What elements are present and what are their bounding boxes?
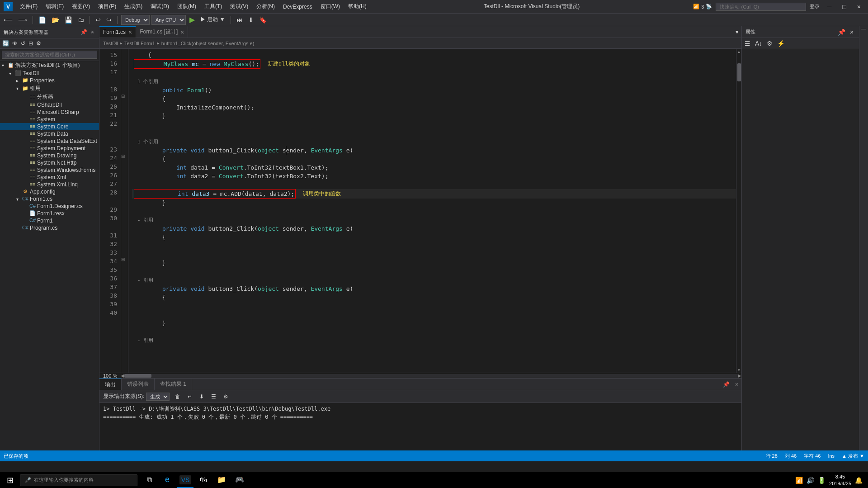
taskbar-store[interactable]: 🛍 xyxy=(195,472,212,488)
output-clear-btn[interactable]: 🗑 xyxy=(173,393,182,401)
tree-system[interactable]: ≡≡ System xyxy=(0,116,99,123)
sidebar-show-all-btn[interactable]: 👁 xyxy=(11,39,19,47)
toolbar-step-into[interactable]: ⬇ xyxy=(246,15,255,24)
output-tab-output[interactable]: 输出 xyxy=(99,379,122,390)
sidebar-collapse-btn[interactable]: ⊟ xyxy=(27,39,34,47)
output-pin-btn[interactable]: 📌 xyxy=(720,379,732,390)
menu-help[interactable]: 帮助(H) xyxy=(344,2,370,11)
login-button[interactable]: 登录 xyxy=(810,3,820,10)
zoom-level[interactable]: 100 % xyxy=(99,373,121,379)
output-tab-errors[interactable]: 错误列表 xyxy=(122,379,155,390)
properties-pin-btn[interactable]: 📌 xyxy=(836,28,847,37)
tab-form1-design[interactable]: Form1.cs [设计] × xyxy=(136,26,188,38)
menu-tools[interactable]: 工具(T) xyxy=(201,2,226,11)
tree-solution[interactable]: ▾ 📋 解决方案'TestDll'(1 个项目) xyxy=(0,61,99,70)
output-close-btn[interactable]: × xyxy=(732,379,741,390)
menu-build[interactable]: 生成(B) xyxy=(121,2,146,11)
toolbar-open-btn[interactable]: 📂 xyxy=(50,15,61,24)
taskbar-edge[interactable]: e xyxy=(159,472,175,488)
output-wrap-btn[interactable]: ↵ xyxy=(186,393,194,401)
menu-team[interactable]: 团队(M) xyxy=(174,2,200,11)
taskbar-search[interactable]: 🎤 在这里输入你要搜索的内容 xyxy=(20,474,137,486)
menu-file[interactable]: 文件(F) xyxy=(16,2,41,11)
prop-props-btn[interactable]: ⚙ xyxy=(765,39,774,48)
tree-system-xml[interactable]: ≡≡ System.Xml xyxy=(0,174,99,181)
status-col[interactable]: 列 46 xyxy=(785,453,797,460)
tree-form1-designer[interactable]: C# Form1.Designer.cs xyxy=(0,203,99,210)
toolbar-save-btn[interactable]: 💾 xyxy=(63,15,74,24)
tree-ms-csharp[interactable]: ≡≡ Microsoft.CSharp xyxy=(0,109,99,116)
tree-form1-class[interactable]: C# Form1 xyxy=(0,217,99,224)
quick-launch-input[interactable] xyxy=(716,3,806,11)
tree-testdll[interactable]: ▾ ⬛ TestDll xyxy=(0,70,99,77)
tree-system-core[interactable]: ≡≡ System.Core xyxy=(0,123,99,130)
tree-properties[interactable]: ▸ 📁 Properties xyxy=(0,77,99,84)
toolbar-back-btn[interactable]: ⟵ xyxy=(2,15,14,24)
sidebar-pin-button[interactable]: 📌 xyxy=(79,28,89,36)
menu-project[interactable]: 项目(P) xyxy=(94,2,120,11)
tree-system-xmllinq[interactable]: ≡≡ System.Xml.Linq xyxy=(0,181,99,188)
sidebar-sync-btn[interactable]: 🔄 xyxy=(1,39,10,47)
toolbar-step-over[interactable]: ⏭ xyxy=(235,15,245,24)
menu-window[interactable]: 窗口(W) xyxy=(317,2,344,11)
tree-form1-cs[interactable]: ▾ C# Form1.cs xyxy=(0,195,99,203)
tree-system-deployment[interactable]: ≡≡ System.Deployment xyxy=(0,145,99,152)
taskbar-files[interactable]: 📁 xyxy=(213,472,230,488)
menu-view[interactable]: 视图(V) xyxy=(68,2,94,11)
toolbar-bookmark[interactable]: 🔖 xyxy=(257,15,269,24)
output-tab-find[interactable]: 查找结果 1 xyxy=(155,379,192,390)
breadcrumb-class[interactable]: TestDll.Form1 xyxy=(124,41,155,46)
prop-events-btn[interactable]: ⚡ xyxy=(775,39,787,48)
platform-select[interactable]: Any CPU xyxy=(151,15,186,25)
start-label[interactable]: ▶ 启动 ▼ xyxy=(198,16,227,24)
status-char[interactable]: 字符 46 xyxy=(804,453,821,460)
menu-analyze[interactable]: 分析(N) xyxy=(253,2,278,11)
output-settings-btn[interactable]: ☰ xyxy=(209,393,218,401)
maximize-button[interactable]: □ xyxy=(839,1,849,12)
output-filter-btn[interactable]: ⚙ xyxy=(222,393,230,401)
tray-notification-icon[interactable]: 🔔 xyxy=(855,477,863,484)
sidebar-search-input[interactable] xyxy=(2,51,97,59)
tree-references[interactable]: ▾ 📁 引用 xyxy=(0,84,99,93)
menu-debug[interactable]: 调试(D) xyxy=(147,2,173,11)
taskbar-clock[interactable]: 8:45 2019/4/25 xyxy=(829,474,851,487)
taskbar-game[interactable]: 🎮 xyxy=(231,472,248,488)
breadcrumb-project[interactable]: TestDll xyxy=(103,41,118,46)
output-source-select[interactable]: 生成 xyxy=(146,393,170,401)
output-scroll-btn[interactable]: ⬇ xyxy=(198,393,206,401)
hscroll-thumb[interactable] xyxy=(124,374,151,378)
toolbar-forward-btn[interactable]: ⟶ xyxy=(16,15,29,24)
tab-form1-cs[interactable]: Form1.cs × xyxy=(99,26,136,38)
taskbar-vs[interactable]: VS xyxy=(177,472,193,488)
tray-volume-icon[interactable]: 🔊 xyxy=(807,477,814,484)
scroll-up-btn[interactable]: ▲ xyxy=(736,49,742,54)
menu-devexpress[interactable]: DevExpress xyxy=(279,3,316,11)
tray-network-icon[interactable]: 📶 xyxy=(795,477,803,484)
tree-form1-resx[interactable]: 📄 Form1.resx xyxy=(0,210,99,217)
start-debug-button[interactable]: ▶ xyxy=(188,14,197,25)
tree-program-cs[interactable]: C# Program.cs xyxy=(0,224,99,232)
properties-close-btn[interactable]: × xyxy=(848,28,855,37)
close-window-button[interactable]: × xyxy=(854,1,864,12)
hscroll-left-btn[interactable]: ◀ xyxy=(121,373,124,378)
menu-edit[interactable]: 编辑(E) xyxy=(42,2,67,11)
status-line[interactable]: 行 28 xyxy=(766,453,778,460)
tree-csharpdll[interactable]: ≡≡ CSharpDll xyxy=(0,101,99,109)
status-ins[interactable]: Ins xyxy=(828,453,835,459)
edge-outline-btn[interactable]: │ xyxy=(861,28,866,31)
tray-battery-icon[interactable]: 🔋 xyxy=(818,477,826,484)
prop-cat-btn[interactable]: ☰ xyxy=(743,39,752,48)
toolbar-new-btn[interactable]: 📄 xyxy=(37,15,48,24)
breadcrumb-method[interactable]: button1_Click(object sender, EventArgs e… xyxy=(161,41,254,46)
tab-form1-cs-close[interactable]: × xyxy=(128,28,132,36)
scroll-thumb[interactable] xyxy=(737,63,741,81)
sidebar-close-button[interactable]: × xyxy=(90,28,95,36)
tree-app-config[interactable]: ⚙ App.config xyxy=(0,188,99,195)
code-content[interactable]: { MyClass mc = new MyClass(); 新建dll类的对象 … xyxy=(128,49,736,373)
tree-system-data[interactable]: ≡≡ System.Data xyxy=(0,130,99,137)
prop-alpha-btn[interactable]: A↓ xyxy=(753,39,764,48)
editor-scrollbar[interactable]: ▲ ▼ xyxy=(736,49,741,373)
hscroll-right-btn[interactable]: ▶ xyxy=(738,373,741,378)
sidebar-props-btn[interactable]: ⚙ xyxy=(35,39,42,47)
toolbar-undo-btn[interactable]: ↩ xyxy=(94,15,103,24)
